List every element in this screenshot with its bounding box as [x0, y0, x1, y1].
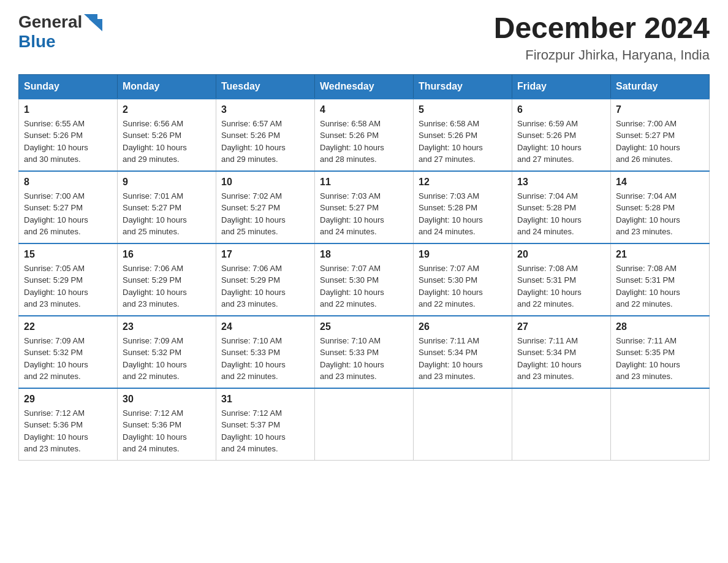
day-info: Sunrise: 7:12 AMSunset: 5:37 PMDaylight:…: [221, 408, 286, 454]
calendar-cell: 5 Sunrise: 6:58 AMSunset: 5:26 PMDayligh…: [414, 99, 512, 171]
day-info: Sunrise: 7:07 AMSunset: 5:30 PMDaylight:…: [320, 264, 384, 309]
calendar-cell: 16 Sunrise: 7:06 AMSunset: 5:29 PMDaylig…: [118, 243, 216, 316]
day-info: Sunrise: 6:58 AMSunset: 5:26 PMDaylight:…: [419, 119, 483, 164]
calendar-cell: [315, 388, 414, 461]
calendar-cell: [611, 388, 710, 461]
calendar-cell: 31 Sunrise: 7:12 AMSunset: 5:37 PMDaylig…: [216, 388, 315, 461]
day-info: Sunrise: 7:09 AMSunset: 5:32 PMDaylight:…: [123, 336, 187, 381]
day-number: 31: [221, 394, 309, 405]
day-number: 30: [123, 394, 211, 405]
title-area: December 2024 Firozpur Jhirka, Haryana, …: [494, 12, 710, 63]
day-number: 20: [517, 249, 605, 260]
header-friday: Friday: [512, 74, 611, 99]
day-info: Sunrise: 7:04 AMSunset: 5:28 PMDaylight:…: [517, 191, 582, 237]
calendar-week-row: 29 Sunrise: 7:12 AMSunset: 5:36 PMDaylig…: [19, 388, 710, 461]
day-number: 14: [616, 177, 704, 188]
day-number: 1: [24, 104, 112, 115]
day-number: 7: [616, 104, 704, 115]
calendar-cell: 29 Sunrise: 7:12 AMSunset: 5:36 PMDaylig…: [19, 388, 118, 461]
day-info: Sunrise: 7:05 AMSunset: 5:29 PMDaylight:…: [24, 264, 88, 309]
calendar-header-row: SundayMondayTuesdayWednesdayThursdayFrid…: [19, 74, 710, 99]
location-subtitle: Firozpur Jhirka, Haryana, India: [494, 47, 710, 63]
calendar-week-row: 8 Sunrise: 7:00 AMSunset: 5:27 PMDayligh…: [19, 171, 710, 243]
day-info: Sunrise: 7:07 AMSunset: 5:30 PMDaylight:…: [419, 264, 483, 309]
day-info: Sunrise: 7:00 AMSunset: 5:27 PMDaylight:…: [24, 191, 88, 237]
day-info: Sunrise: 7:02 AMSunset: 5:27 PMDaylight:…: [221, 191, 286, 237]
calendar-cell: 12 Sunrise: 7:03 AMSunset: 5:28 PMDaylig…: [414, 171, 512, 243]
day-info: Sunrise: 7:11 AMSunset: 5:34 PMDaylight:…: [419, 336, 483, 381]
calendar-cell: 19 Sunrise: 7:07 AMSunset: 5:30 PMDaylig…: [414, 243, 512, 316]
day-number: 5: [419, 104, 507, 115]
calendar-cell: 17 Sunrise: 7:06 AMSunset: 5:29 PMDaylig…: [216, 243, 315, 316]
day-info: Sunrise: 6:55 AMSunset: 5:26 PMDaylight:…: [24, 119, 88, 164]
header-monday: Monday: [118, 74, 216, 99]
day-number: 19: [419, 249, 507, 260]
day-number: 9: [123, 177, 211, 188]
calendar-week-row: 1 Sunrise: 6:55 AMSunset: 5:26 PMDayligh…: [19, 99, 710, 171]
calendar-cell: 4 Sunrise: 6:58 AMSunset: 5:26 PMDayligh…: [315, 99, 414, 171]
calendar-cell: 20 Sunrise: 7:08 AMSunset: 5:31 PMDaylig…: [512, 243, 611, 316]
day-info: Sunrise: 7:06 AMSunset: 5:29 PMDaylight:…: [123, 264, 187, 309]
day-number: 21: [616, 249, 704, 260]
day-number: 22: [24, 321, 112, 332]
header-sunday: Sunday: [19, 74, 118, 99]
header-wednesday: Wednesday: [315, 74, 414, 99]
day-number: 6: [517, 104, 605, 115]
calendar-cell: 21 Sunrise: 7:08 AMSunset: 5:31 PMDaylig…: [611, 243, 710, 316]
calendar-cell: 3 Sunrise: 6:57 AMSunset: 5:26 PMDayligh…: [216, 99, 315, 171]
page-header: General Blue December 2024 Firozpur Jhir…: [18, 12, 710, 63]
day-number: 15: [24, 249, 112, 260]
day-number: 28: [616, 321, 704, 332]
calendar-cell: 2 Sunrise: 6:56 AMSunset: 5:26 PMDayligh…: [118, 99, 216, 171]
calendar-cell: 11 Sunrise: 7:03 AMSunset: 5:27 PMDaylig…: [315, 171, 414, 243]
header-thursday: Thursday: [414, 74, 512, 99]
day-info: Sunrise: 7:08 AMSunset: 5:31 PMDaylight:…: [517, 264, 582, 309]
day-number: 27: [517, 321, 605, 332]
day-info: Sunrise: 6:56 AMSunset: 5:26 PMDaylight:…: [123, 119, 187, 164]
header-tuesday: Tuesday: [216, 74, 315, 99]
day-info: Sunrise: 7:10 AMSunset: 5:33 PMDaylight:…: [320, 336, 384, 381]
day-number: 2: [123, 104, 211, 115]
day-info: Sunrise: 7:10 AMSunset: 5:33 PMDaylight:…: [221, 336, 286, 381]
day-info: Sunrise: 7:12 AMSunset: 5:36 PMDaylight:…: [24, 408, 88, 454]
svg-marker-1: [89, 19, 102, 31]
day-info: Sunrise: 7:03 AMSunset: 5:28 PMDaylight:…: [419, 191, 483, 237]
day-number: 17: [221, 249, 309, 260]
day-info: Sunrise: 7:00 AMSunset: 5:27 PMDaylight:…: [616, 119, 680, 164]
day-info: Sunrise: 7:11 AMSunset: 5:34 PMDaylight:…: [517, 336, 582, 381]
day-number: 18: [320, 249, 408, 260]
day-number: 3: [221, 104, 309, 115]
day-info: Sunrise: 7:01 AMSunset: 5:27 PMDaylight:…: [123, 191, 187, 237]
logo-text-blue: Blue: [18, 32, 56, 51]
logo: General Blue: [18, 12, 102, 52]
calendar-cell: 25 Sunrise: 7:10 AMSunset: 5:33 PMDaylig…: [315, 316, 414, 388]
calendar-cell: 15 Sunrise: 7:05 AMSunset: 5:29 PMDaylig…: [19, 243, 118, 316]
calendar-cell: 24 Sunrise: 7:10 AMSunset: 5:33 PMDaylig…: [216, 316, 315, 388]
calendar-cell: 9 Sunrise: 7:01 AMSunset: 5:27 PMDayligh…: [118, 171, 216, 243]
calendar-cell: 23 Sunrise: 7:09 AMSunset: 5:32 PMDaylig…: [118, 316, 216, 388]
day-number: 24: [221, 321, 309, 332]
day-info: Sunrise: 7:03 AMSunset: 5:27 PMDaylight:…: [320, 191, 384, 237]
calendar-cell: 18 Sunrise: 7:07 AMSunset: 5:30 PMDaylig…: [315, 243, 414, 316]
day-info: Sunrise: 6:59 AMSunset: 5:26 PMDaylight:…: [517, 119, 582, 164]
calendar-cell: 10 Sunrise: 7:02 AMSunset: 5:27 PMDaylig…: [216, 171, 315, 243]
day-number: 4: [320, 104, 408, 115]
day-number: 8: [24, 177, 112, 188]
calendar-cell: 7 Sunrise: 7:00 AMSunset: 5:27 PMDayligh…: [611, 99, 710, 171]
day-number: 12: [419, 177, 507, 188]
day-number: 25: [320, 321, 408, 332]
calendar-cell: 27 Sunrise: 7:11 AMSunset: 5:34 PMDaylig…: [512, 316, 611, 388]
day-info: Sunrise: 6:58 AMSunset: 5:26 PMDaylight:…: [320, 119, 384, 164]
calendar-cell: 30 Sunrise: 7:12 AMSunset: 5:36 PMDaylig…: [118, 388, 216, 461]
logo-text-general: General: [18, 12, 82, 32]
logo-triangle-icon: [84, 14, 102, 31]
calendar-cell: [414, 388, 512, 461]
calendar-cell: 22 Sunrise: 7:09 AMSunset: 5:32 PMDaylig…: [19, 316, 118, 388]
calendar-cell: [512, 388, 611, 461]
day-number: 29: [24, 394, 112, 405]
calendar-cell: 8 Sunrise: 7:00 AMSunset: 5:27 PMDayligh…: [19, 171, 118, 243]
day-number: 16: [123, 249, 211, 260]
day-number: 23: [123, 321, 211, 332]
calendar-cell: 14 Sunrise: 7:04 AMSunset: 5:28 PMDaylig…: [611, 171, 710, 243]
day-info: Sunrise: 6:57 AMSunset: 5:26 PMDaylight:…: [221, 119, 286, 164]
